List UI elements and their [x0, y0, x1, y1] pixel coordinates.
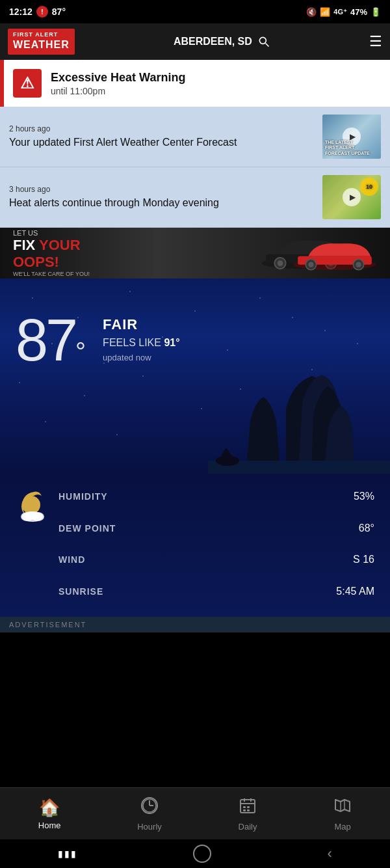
sunrise-label: SUNRISE [58, 586, 336, 597]
signal-icon: 4G⁺ [333, 8, 347, 16]
city-name: ABERDEEN, SD [174, 36, 252, 47]
tree-silhouette [208, 370, 390, 474]
nav-hourly[interactable]: Hourly [127, 791, 172, 837]
ad-cars [100, 234, 377, 273]
svg-rect-33 [247, 809, 250, 811]
svg-point-13 [356, 262, 361, 267]
news-thumb-2[interactable]: 10 [322, 175, 381, 219]
alert-subtitle: until 11:00pm [51, 86, 185, 96]
temperature-display: 87° [16, 311, 83, 370]
svg-point-6 [278, 260, 283, 266]
svg-point-12 [308, 262, 313, 267]
news-time-2: 3 hours ago [9, 185, 315, 194]
advertisement-label: ADVERTISEMENT [0, 617, 390, 632]
android-back-button[interactable]: ‹ [328, 845, 332, 862]
status-right: 🔇 📶 4G⁺ 47% 🔋 [306, 7, 381, 17]
app-header: FIRST ALERT WEATHER ABERDEEN, SD ☰ [0, 23, 390, 60]
ad-accent: YOUROOPS! [13, 237, 81, 270]
svg-point-21 [25, 511, 40, 519]
moon-icon-container [13, 487, 58, 532]
ad-line2: FIX YOUROOPS! [13, 237, 90, 271]
status-temp: 87° [52, 7, 66, 17]
nav-home[interactable]: 🏠 Home [28, 793, 72, 835]
humidity-value: 53% [336, 491, 374, 502]
updated-time: updated now [103, 353, 179, 362]
wind-label: WIND [58, 554, 336, 565]
moon-cloud-icon [13, 487, 52, 526]
feels-like: FEELS LIKE 91° [103, 337, 179, 349]
clock-circle-icon [140, 796, 159, 815]
wind-value: S 16 [336, 554, 374, 565]
alert-title: Excessive Heat Warning [51, 71, 185, 85]
news-time-1: 2 hours ago [9, 124, 315, 133]
nav-home-label: Home [38, 821, 61, 830]
degree-symbol: ° [75, 337, 83, 366]
svg-rect-32 [243, 809, 246, 811]
nav-map[interactable]: Map [323, 791, 362, 837]
nav-daily-label: Daily [239, 822, 257, 832]
android-recent-button[interactable]: ▮▮▮ [58, 848, 77, 859]
feels-like-label: FEELS LIKE [103, 337, 161, 348]
ad-content: LET US FIX YOUROOPS! WE'LL TAKE CARE OF … [0, 228, 390, 278]
weather-description: FAIR FEELS LIKE 91° updated now [103, 311, 179, 362]
svg-point-0 [259, 37, 266, 44]
svg-point-17 [22, 496, 40, 514]
alert-icon: ⚠ [13, 69, 42, 98]
thumb-label-2: 10 [360, 178, 378, 196]
map-icon [333, 796, 352, 819]
svg-rect-30 [243, 806, 246, 808]
hourly-icon [140, 796, 159, 819]
ad-banner: LET US FIX YOUROOPS! WE'LL TAKE CARE OF … [0, 228, 390, 278]
home-icon: 🏠 [39, 798, 60, 818]
alert-banner[interactable]: ⚠ Excessive Heat Warning until 11:00pm [0, 60, 390, 107]
news-text-2: 3 hours ago Heat alerts continue through… [9, 185, 315, 210]
car-red-icon [292, 239, 377, 271]
news-item-2[interactable]: 3 hours ago Heat alerts continue through… [0, 167, 390, 228]
svg-line-1 [265, 44, 268, 47]
temperature-value: 87° [16, 308, 83, 373]
status-time: 12:12 [9, 7, 32, 17]
bottom-navigation: 🏠 Home Hourly Daily [0, 787, 390, 839]
wifi-icon: 📶 [320, 7, 330, 17]
battery-value: 47% [350, 7, 367, 17]
calendar-icon [239, 796, 257, 815]
mute-icon: 🔇 [306, 7, 317, 17]
nav-map-label: Map [334, 822, 350, 832]
dew-point-label: DEW POINT [58, 523, 336, 534]
ad-tagline: WE'LL TAKE CARE OF YOU! [13, 271, 90, 277]
app-logo: FIRST ALERT WEATHER [8, 29, 75, 55]
car-group [260, 234, 377, 273]
svg-point-16 [231, 459, 237, 463]
android-home-button[interactable] [193, 845, 211, 863]
battery-icon: 🔋 [370, 7, 381, 17]
thumb-label-1: THE LATESTFIRST ALERTFORECAST UPDATE [325, 140, 370, 156]
search-icon[interactable] [257, 35, 270, 48]
feels-like-value: 91° [164, 337, 179, 348]
ad-line1: LET US [13, 229, 90, 237]
nav-daily[interactable]: Daily [228, 791, 268, 837]
city-display[interactable]: ABERDEEN, SD [174, 35, 270, 48]
sunrise-value: 5:45 AM [336, 586, 374, 597]
alert-symbol: ⚠ [20, 74, 34, 92]
logo-line2: WEATHER [13, 38, 70, 52]
weather-condition: FAIR [103, 316, 179, 333]
android-navigation: ▮▮▮ ‹ [0, 839, 390, 868]
news-item-1[interactable]: 2 hours ago Your updated First Alert Wea… [0, 107, 390, 167]
alert-indicator: ! [36, 6, 48, 18]
logo-line1: FIRST ALERT [13, 31, 70, 39]
weather-temp-block: 87° FAIR FEELS LIKE 91° updated now [16, 311, 374, 370]
news-headline-2: Heat alerts continue through Monday even… [9, 197, 315, 210]
dew-point-value: 68° [336, 522, 374, 534]
temp-digits: 87 [16, 308, 75, 373]
weather-main: 87° FAIR FEELS LIKE 91° updated now [0, 278, 390, 474]
map-svg-icon [333, 796, 352, 815]
news-headline-1: Your updated First Alert Weather Center … [9, 136, 315, 150]
news-text-1: 2 hours ago Your updated First Alert Wea… [9, 124, 315, 150]
menu-button[interactable]: ☰ [369, 33, 382, 50]
status-bar: 12:12 ! 87° 🔇 📶 4G⁺ 47% 🔋 [0, 0, 390, 23]
svg-rect-31 [247, 806, 250, 808]
daily-icon [239, 796, 257, 819]
svg-marker-34 [335, 800, 350, 811]
play-button-2[interactable] [343, 188, 361, 206]
news-thumb-1[interactable]: THE LATESTFIRST ALERTFORECAST UPDATE [322, 115, 381, 159]
